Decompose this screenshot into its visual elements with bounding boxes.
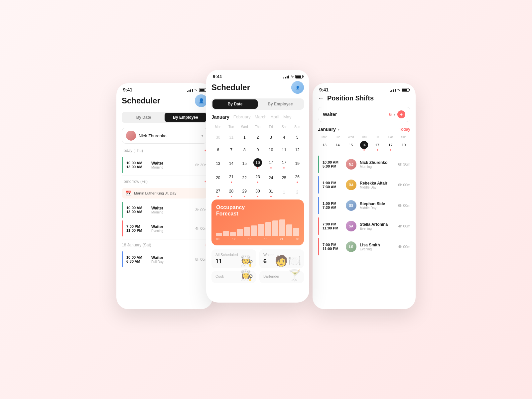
day-wed: Wed: [238, 124, 251, 130]
toggle-by-employee-center[interactable]: By Employee: [258, 99, 303, 109]
fl-5: 21: [280, 237, 283, 241]
battery-left: [199, 88, 206, 92]
toggle-center: By Date By Employee: [211, 98, 304, 110]
shift-start-4: 10:00 AM: [126, 255, 148, 259]
toggle-by-date-center[interactable]: By Date: [212, 99, 258, 109]
emp-avatar-1: NZ: [346, 159, 356, 170]
avatar-img-center: 👤: [291, 81, 304, 94]
fl-2: 12: [232, 237, 235, 241]
mini-dot-16: [363, 149, 365, 151]
forecast-card: OccupancyForecast 09: [211, 200, 304, 245]
shift-end-2: 13:00 AM: [126, 210, 148, 214]
emp-row-2: 1:00 PM 7:30 AM RA Rebekka Altair Middle…: [318, 176, 410, 194]
cal-cell[interactable]: 30: [211, 131, 225, 143]
phone-left: 9:41 ∿ Scheduler 👤 By Date: [116, 83, 213, 309]
section-sat-label: 18 January (Sat): [122, 243, 151, 247]
emp-start-4: 7:00 PM: [323, 222, 342, 226]
emp-info-4: Stella Artohina Evening: [360, 222, 395, 230]
status-icons-right: ∿: [390, 87, 409, 92]
emp-info-2: Rebekka Altair Middle Day: [360, 181, 395, 189]
wifi-right: ∿: [397, 87, 400, 92]
cal-cell[interactable]: 3: [264, 131, 278, 143]
cal-cell[interactable]: 5: [291, 131, 304, 143]
emp-row-4: 7:00 PM 11:00 PM SA Stella Artohina Even…: [318, 217, 410, 235]
emp-avatar-left: [126, 131, 136, 141]
day-tue: Tue: [225, 124, 238, 130]
wifi-left: ∿: [194, 87, 198, 92]
stat-fig-bartender: 🍸: [288, 269, 301, 282]
shift-row-2: 10:00 AM 13:00 AM Waiter Morning 3h 00m: [122, 202, 207, 218]
emp-hours-4: 4h 00m: [398, 224, 410, 228]
shift-hours-3: 4h 00m: [195, 226, 207, 230]
sig3: [190, 89, 191, 92]
section-tomorrow: Tomorrow (Fri) +: [122, 179, 207, 185]
cal-cell[interactable]: 1: [238, 131, 251, 143]
emp-end-2: 7:30 AM: [323, 185, 342, 189]
add-position-btn[interactable]: +: [397, 110, 405, 118]
shift-times-4: 10:00 AM 6:30 AM: [126, 255, 148, 263]
app-header-center: Scheduler 👤: [211, 81, 304, 94]
waiter-count: 6: [389, 112, 392, 117]
waiter-selector[interactable]: Waiter 6 ▾ +: [318, 107, 410, 122]
emp-name-3: Stephan Side: [360, 201, 395, 206]
toggle-by-date-left[interactable]: By Date: [123, 113, 165, 122]
phone-left-content: Scheduler 👤 By Date By Employee Nick Zhu…: [116, 94, 213, 307]
holiday-icon: 📅: [126, 191, 131, 196]
cal-row-2: 6 7 8 9 10 11 12: [211, 144, 304, 156]
status-icons-left: ∿: [187, 87, 206, 92]
toggle-by-employee-left[interactable]: By Employee: [165, 113, 206, 122]
emp-name-5: Lisa Smith: [360, 243, 395, 247]
back-header: ← Position Shifts: [318, 94, 410, 102]
month-scroller[interactable]: January February March April May: [211, 114, 304, 120]
emp-info-5: Lisa Smith Evening: [360, 243, 395, 251]
avatar-left: 👤: [195, 94, 207, 107]
section-sat: 18 January (Sat) +: [122, 242, 207, 248]
shift-times-1: 10:00 AM 13:00 AM: [126, 161, 148, 169]
emp-ind-5: [318, 238, 319, 255]
cal-dot-16: [257, 167, 258, 169]
stats-row: All Scheduled 11 🧑‍🍳 Waiter 6 🧑‍🍽️: [211, 249, 304, 268]
time-right: 9:41: [319, 87, 329, 92]
emp-end-1: 5:00 PM: [323, 164, 342, 168]
shift-start-2: 10:00 AM: [126, 206, 148, 210]
shift-role-3: Waiter: [151, 224, 192, 229]
month-february: February: [233, 114, 251, 120]
mini-selected-16[interactable]: 16: [360, 141, 368, 149]
shift-info-2: Waiter Morning: [151, 206, 192, 214]
back-arrow[interactable]: ←: [318, 95, 324, 102]
emp-name-1: Nick Zhurenko: [360, 160, 395, 165]
cal-row-3: 13 14 15 16 17 17 19: [211, 157, 304, 170]
emp-hours-5: 4h 00m: [398, 245, 410, 249]
wifi-center: ∿: [291, 74, 294, 79]
emp-row-3: 1:00 PM 7:30 AM SS Stephan Side Middle D…: [318, 197, 410, 214]
month-nav[interactable]: January ▾: [318, 127, 339, 132]
cal-cell[interactable]: 31: [225, 131, 238, 143]
day-thu: Thu: [251, 124, 264, 130]
emp-row-5: 7:00 PM 11:00 PM LS Lisa Smith Evening 4…: [318, 238, 410, 255]
shift-end-1: 13:00 AM: [126, 165, 148, 169]
forecast-labels: 09 12 15 18 21 00: [216, 237, 299, 241]
month-dropdown-icon[interactable]: ▾: [338, 128, 339, 131]
shift-role-4: Waiter: [151, 255, 192, 260]
selected-date-16[interactable]: 16: [253, 158, 262, 167]
stats-row-2: Cook 👩‍🍳 Bartender 🍸: [211, 271, 304, 283]
shift-times-3: 7:00 PM 11:00 PM: [126, 224, 148, 232]
phone-center-content: Scheduler 👤 By Date By Employee January …: [206, 81, 309, 301]
sig4: [192, 89, 193, 92]
avatar-img-left: 👤: [195, 94, 207, 107]
cal-cell[interactable]: 4: [278, 131, 291, 143]
mini-cal-header: Mon Tue Wed Thu Fri Sat Sun: [318, 135, 410, 139]
shift-info-1: Waiter Morning: [151, 161, 192, 169]
employee-selector-left[interactable]: Nick Zhurenko ▾: [122, 128, 207, 144]
today-btn[interactable]: Today: [399, 127, 410, 132]
shift-end-3: 11:00 PM: [126, 228, 148, 232]
shift-role-2: Waiter: [151, 206, 192, 210]
emp-times-4: 7:00 PM 11:00 PM: [323, 222, 342, 230]
shift-ind-4: [122, 251, 123, 267]
shift-hours-4: 8h 00m: [195, 257, 207, 261]
status-bar-right: 9:41 ∿: [313, 83, 416, 94]
cal-cell[interactable]: 2: [251, 131, 264, 143]
fl-1: 09: [216, 237, 219, 241]
divider-1: [122, 176, 207, 176]
fl-6: 00: [296, 237, 299, 241]
